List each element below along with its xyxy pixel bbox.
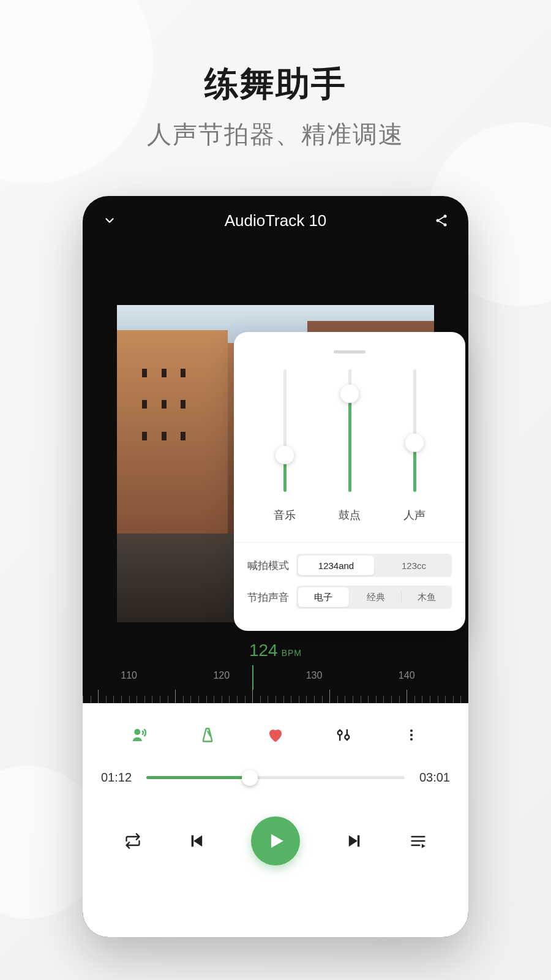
more-vertical-icon bbox=[404, 728, 419, 742]
collapse-button[interactable] bbox=[99, 209, 121, 232]
playlist-button[interactable] bbox=[408, 831, 429, 851]
heart-icon bbox=[266, 726, 285, 744]
hero-subtitle: 人声节拍器、精准调速 bbox=[0, 118, 551, 151]
ruler-label: 110 bbox=[121, 670, 137, 681]
sliders-icon bbox=[335, 726, 352, 744]
svg-marker-15 bbox=[349, 835, 358, 847]
bpm-unit: BPM bbox=[282, 648, 302, 658]
play-icon bbox=[265, 831, 286, 851]
slider-thumb[interactable] bbox=[276, 446, 294, 464]
repeat-icon bbox=[124, 832, 141, 850]
svg-rect-16 bbox=[358, 835, 360, 847]
favorite-button[interactable] bbox=[263, 723, 288, 747]
progress-fill bbox=[146, 776, 250, 779]
slider-label: 音乐 bbox=[274, 508, 296, 522]
volume-slider[interactable]: 人声 bbox=[390, 369, 439, 522]
ruler-label: 120 bbox=[213, 670, 230, 681]
svg-point-11 bbox=[410, 738, 413, 741]
mode-row: 喊拍模式 1234and123cc bbox=[247, 554, 452, 577]
slider-label: 鼓点 bbox=[339, 508, 361, 522]
svg-point-7 bbox=[337, 731, 342, 735]
slider-label: 人声 bbox=[403, 508, 425, 522]
sound-segment[interactable]: 电子经典木鱼 bbox=[296, 586, 452, 609]
mixer-button[interactable] bbox=[331, 723, 356, 747]
voice-button[interactable] bbox=[127, 723, 152, 747]
ruler-label: 140 bbox=[399, 670, 415, 681]
controls-panel: 01:12 03:01 bbox=[83, 703, 468, 937]
svg-point-10 bbox=[410, 734, 413, 736]
segment-item[interactable]: 1234and bbox=[298, 556, 374, 575]
slider-thumb[interactable] bbox=[340, 385, 359, 403]
metronome-icon bbox=[199, 726, 216, 744]
popup-drag-handle[interactable] bbox=[334, 350, 365, 353]
voice-icon bbox=[130, 726, 149, 744]
progress-thumb[interactable] bbox=[242, 770, 258, 786]
slider-thumb[interactable] bbox=[405, 434, 424, 452]
volume-slider[interactable]: 音乐 bbox=[260, 369, 309, 522]
next-button[interactable] bbox=[343, 831, 364, 851]
playlist-icon bbox=[410, 832, 427, 850]
skip-back-icon bbox=[189, 832, 206, 850]
slider-fill bbox=[348, 394, 351, 492]
track-title: AudioTrack 10 bbox=[225, 211, 327, 230]
sound-label: 节拍声音 bbox=[247, 590, 296, 605]
svg-marker-20 bbox=[421, 844, 425, 848]
bpm-marker bbox=[252, 665, 253, 690]
bpm-value: 124 bbox=[249, 641, 278, 660]
time-elapsed: 01:12 bbox=[101, 771, 138, 785]
svg-point-8 bbox=[345, 735, 349, 739]
segment-item[interactable]: 木鱼 bbox=[401, 586, 452, 609]
time-total: 03:01 bbox=[413, 771, 450, 785]
mixer-popup: 音乐 鼓点 人声 喊拍模式 1234and123cc 节拍声音 电子经典木鱼 bbox=[234, 332, 465, 631]
skip-forward-icon bbox=[345, 832, 362, 850]
repeat-button[interactable] bbox=[122, 831, 143, 851]
share-icon bbox=[434, 213, 449, 228]
share-button[interactable] bbox=[430, 209, 452, 232]
play-button[interactable] bbox=[251, 816, 300, 865]
svg-point-9 bbox=[410, 729, 413, 732]
volume-slider[interactable]: 鼓点 bbox=[325, 369, 374, 522]
sound-row: 节拍声音 电子经典木鱼 bbox=[247, 586, 452, 609]
segment-item[interactable]: 经典 bbox=[351, 586, 402, 609]
progress-bar[interactable]: 01:12 03:01 bbox=[101, 758, 450, 790]
ruler-label: 130 bbox=[306, 670, 323, 681]
more-button[interactable] bbox=[399, 723, 424, 747]
svg-marker-12 bbox=[193, 835, 202, 847]
divider bbox=[234, 542, 465, 543]
svg-marker-14 bbox=[271, 834, 283, 848]
previous-button[interactable] bbox=[187, 831, 208, 851]
svg-rect-13 bbox=[192, 835, 194, 847]
metronome-button[interactable] bbox=[195, 723, 220, 747]
mode-segment[interactable]: 1234and123cc bbox=[296, 554, 452, 577]
bpm-slider[interactable]: 110120130140 bbox=[83, 669, 468, 703]
segment-item[interactable]: 电子 bbox=[298, 587, 349, 607]
player-topbar: AudioTrack 10 bbox=[83, 196, 468, 232]
chevron-down-icon bbox=[103, 214, 116, 227]
hero-title: 练舞助手 bbox=[0, 61, 551, 108]
svg-point-3 bbox=[135, 729, 141, 735]
segment-item[interactable]: 123cc bbox=[376, 554, 452, 577]
mode-label: 喊拍模式 bbox=[247, 559, 296, 573]
